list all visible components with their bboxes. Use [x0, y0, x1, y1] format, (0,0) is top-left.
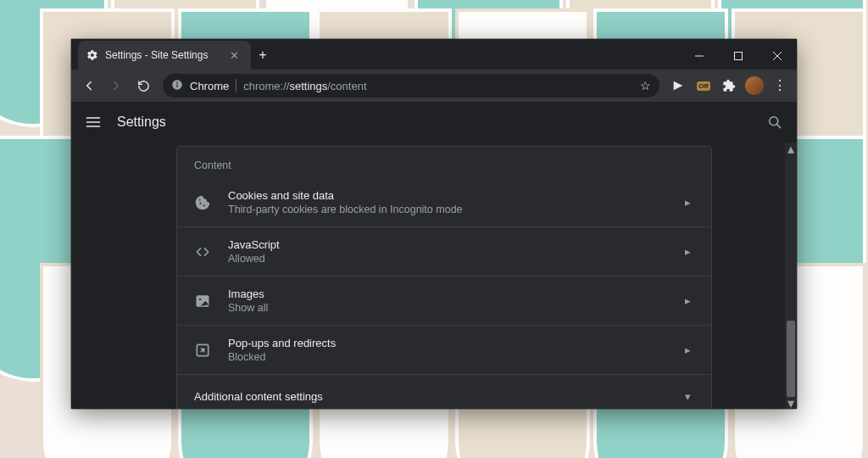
- new-tab-button[interactable]: +: [251, 46, 275, 63]
- omnibox-scheme: Chrome: [190, 80, 229, 92]
- chevron-right-icon: ▸: [682, 196, 694, 209]
- reload-button[interactable]: [131, 73, 156, 98]
- scrollbar-thumb[interactable]: [787, 321, 795, 397]
- row-subtitle: Allowed: [228, 253, 682, 265]
- row-subtitle: Blocked: [228, 351, 682, 363]
- svg-point-9: [199, 202, 201, 204]
- section-title-content: Content: [177, 147, 711, 178]
- omnibox-url: chrome://settings/content: [243, 80, 366, 92]
- scrollbar-up-arrow[interactable]: ▴: [785, 142, 797, 154]
- svg-point-13: [199, 298, 202, 300]
- browser-tab[interactable]: Settings - Site Settings ✕: [78, 41, 251, 70]
- address-bar[interactable]: Chrome chrome://settings/content ☆: [163, 74, 659, 98]
- row-title: Pop-ups and redirects: [228, 337, 682, 349]
- chevron-right-icon: ▸: [682, 294, 694, 307]
- hamburger-menu-icon[interactable]: [85, 114, 102, 131]
- svg-line-8: [777, 125, 781, 128]
- content-settings-card: Content Cookies and site data Third-part…: [176, 146, 712, 409]
- content-area: Content Cookies and site data Third-part…: [71, 142, 797, 409]
- window-controls: [680, 42, 797, 70]
- maximize-button[interactable]: [719, 42, 758, 70]
- chrome-menu-button[interactable]: ⋮: [768, 79, 792, 92]
- chevron-down-icon: ▾: [682, 390, 694, 403]
- minimize-button[interactable]: [680, 42, 719, 70]
- image-icon: [194, 293, 211, 310]
- cookie-icon: [194, 194, 211, 211]
- svg-rect-6: [176, 84, 177, 87]
- extension-icon-1[interactable]: [666, 74, 690, 98]
- svg-rect-1: [735, 53, 743, 60]
- titlebar: Settings - Site Settings ✕ +: [71, 39, 797, 70]
- tab-gear-icon: [86, 49, 98, 61]
- site-info-icon[interactable]: [171, 79, 183, 93]
- svg-point-5: [176, 81, 178, 83]
- close-window-button[interactable]: [758, 42, 797, 70]
- row-popups[interactable]: Pop-ups and redirects Blocked ▸: [177, 325, 711, 374]
- row-subtitle: Show all: [228, 302, 682, 314]
- row-images[interactable]: Images Show all ▸: [177, 276, 711, 325]
- extensions-puzzle-icon[interactable]: [717, 74, 741, 98]
- row-subtitle: Third-party cookies are blocked in Incog…: [228, 204, 682, 215]
- back-button[interactable]: [76, 73, 102, 98]
- row-additional-content-settings[interactable]: Additional content settings ▾: [177, 374, 711, 409]
- tab-close-button[interactable]: ✕: [226, 48, 242, 63]
- extension-icon-2[interactable]: Off: [692, 74, 715, 98]
- forward-button[interactable]: [103, 73, 129, 98]
- scrollbar[interactable]: ▴ ▾: [785, 142, 797, 409]
- code-icon: [194, 243, 211, 260]
- chevron-right-icon: ▸: [682, 245, 694, 258]
- chevron-right-icon: ▸: [682, 344, 694, 356]
- chrome-window: Settings - Site Settings ✕ + Chrome c: [71, 39, 797, 409]
- bookmark-star-icon[interactable]: ☆: [640, 79, 651, 92]
- tab-title: Settings - Site Settings: [105, 49, 220, 61]
- row-cookies[interactable]: Cookies and site data Third-party cookie…: [177, 178, 711, 226]
- row-javascript[interactable]: JavaScript Allowed ▸: [177, 226, 711, 276]
- page-title: Settings: [117, 114, 166, 130]
- row-title: JavaScript: [228, 238, 682, 251]
- row-title: Cookies and site data: [228, 189, 682, 202]
- row-title: Additional content settings: [194, 390, 682, 403]
- svg-point-10: [203, 204, 205, 206]
- profile-avatar[interactable]: [743, 74, 766, 98]
- omnibox-separator: [236, 79, 236, 92]
- svg-point-11: [199, 198, 201, 200]
- search-settings-icon[interactable]: [766, 114, 783, 131]
- row-title: Images: [228, 288, 682, 300]
- toolbar: Chrome chrome://settings/content ☆ Off ⋮: [71, 70, 797, 102]
- scrollbar-down-arrow[interactable]: ▾: [785, 397, 797, 409]
- settings-header: Settings: [71, 102, 797, 142]
- popup-icon: [194, 342, 211, 359]
